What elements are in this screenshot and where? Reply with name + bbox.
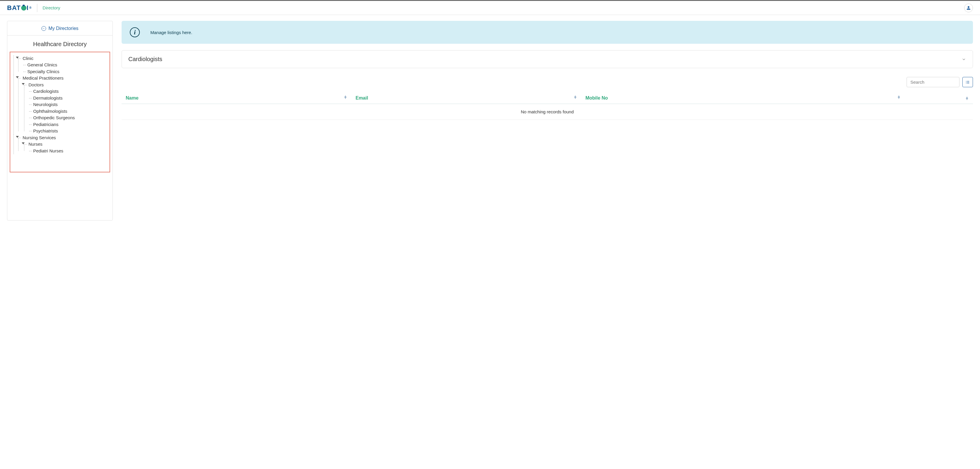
collapse-icon[interactable]	[22, 83, 25, 85]
list-view-button[interactable]	[963, 77, 973, 87]
nav-directory-link[interactable]: Directory	[43, 5, 60, 10]
tree-item-ophthalmologists[interactable]: Ophthalmologists	[29, 108, 107, 115]
directory-title: Healthcare Directory	[7, 35, 113, 52]
tree-item-neurologists[interactable]: Neurologists	[29, 101, 107, 108]
user-icon	[966, 5, 971, 11]
tree-item-specialty-clinics[interactable]: Specialty Clinics	[23, 68, 107, 75]
empty-message: No matching records found	[122, 104, 973, 120]
table-controls	[122, 77, 973, 87]
info-icon: i	[130, 27, 140, 37]
chevron-down-icon	[961, 57, 966, 62]
tree-item-doctors[interactable]: Doctors	[23, 82, 107, 88]
tree-node-clinic: Clinic General Clinics Specialty Clinics	[13, 55, 107, 75]
main-content: i Manage listings here. Cardiologists	[122, 21, 973, 120]
category-expand-panel[interactable]: Cardiologists	[122, 50, 973, 68]
tree-item-clinic[interactable]: Clinic	[18, 55, 107, 62]
collapse-icon[interactable]	[22, 142, 25, 144]
column-header-actions: ▲▼	[905, 92, 973, 104]
sort-icon[interactable]: ▲▼	[965, 97, 969, 100]
tree-item-pediatric-nurses[interactable]: Pediatri Nurses	[29, 148, 107, 154]
sort-icon[interactable]: ▲▼	[897, 95, 901, 99]
tree-item-orthopedic-surgeons[interactable]: Orthopedic Surgeons	[29, 114, 107, 121]
logo-globe-icon	[21, 5, 26, 11]
my-directories-label: My Directories	[48, 26, 78, 31]
logo-text-2: I	[27, 4, 29, 12]
sidebar: ← My Directories Healthcare Directory Cl…	[7, 21, 113, 221]
listings-table: Name ▲▼ Email ▲▼ Mobile No ▲▼ ▲▼	[122, 92, 973, 120]
collapse-icon[interactable]	[16, 136, 19, 138]
list-icon	[965, 80, 970, 84]
logo-text-1: BAT	[7, 4, 21, 12]
column-header-mobile[interactable]: Mobile No ▲▼	[581, 92, 905, 104]
tree-item-psychiatrists[interactable]: Psychiatrists	[29, 128, 107, 135]
my-directories-button[interactable]: ← My Directories	[7, 21, 113, 35]
category-tree: Clinic General Clinics Specialty Clinics…	[13, 55, 107, 154]
collapse-icon[interactable]	[16, 57, 19, 59]
header-divider	[37, 4, 37, 12]
tree-item-cardiologists[interactable]: Cardiologists	[29, 88, 107, 95]
collapse-icon[interactable]	[16, 76, 19, 78]
column-header-email[interactable]: Email ▲▼	[352, 92, 581, 104]
category-title: Cardiologists	[128, 56, 162, 62]
tree-item-nursing-services[interactable]: Nursing Services	[18, 135, 107, 141]
table-empty-row: No matching records found	[122, 104, 973, 120]
tree-item-dermatologists[interactable]: Dermatologists	[29, 95, 107, 102]
app-header: BATI® Directory	[0, 1, 980, 15]
tree-item-medical-practitioners[interactable]: Medical Practitioners	[18, 75, 107, 82]
registered-mark: ®	[29, 6, 32, 10]
user-avatar-button[interactable]	[964, 3, 973, 12]
info-banner: i Manage listings here.	[122, 21, 973, 44]
main-container: ← My Directories Healthcare Directory Cl…	[0, 15, 980, 226]
header-left: BATI® Directory	[7, 4, 60, 12]
brand-logo[interactable]: BATI®	[7, 4, 32, 12]
info-banner-text: Manage listings here.	[150, 30, 192, 35]
tree-item-nurses[interactable]: Nurses	[23, 141, 107, 148]
tree-node-medical: Medical Practitioners Doctors Cardiologi…	[13, 75, 107, 135]
tree-item-general-clinics[interactable]: General Clinics	[23, 62, 107, 68]
column-header-name[interactable]: Name ▲▼	[122, 92, 352, 104]
search-input[interactable]	[907, 77, 959, 87]
tree-item-pediatricians[interactable]: Pediatricians	[29, 121, 107, 128]
table-header-row: Name ▲▼ Email ▲▼ Mobile No ▲▼ ▲▼	[122, 92, 973, 104]
sort-icon[interactable]: ▲▼	[344, 95, 347, 99]
tree-container: Clinic General Clinics Specialty Clinics…	[10, 52, 110, 173]
sort-icon[interactable]: ▲▼	[574, 95, 578, 99]
tree-node-nursing: Nursing Services Nurses Pediatri Nurses	[13, 135, 107, 154]
back-arrow-icon: ←	[41, 26, 46, 31]
